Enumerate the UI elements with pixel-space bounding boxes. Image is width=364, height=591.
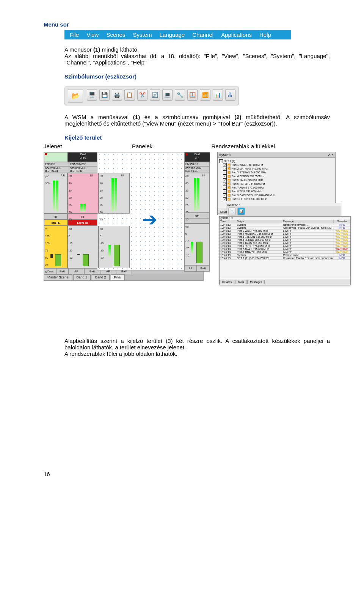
label-panelek: Panelek <box>102 143 182 149</box>
menubar: File View Scenes System Language Channel… <box>64 30 291 39</box>
menu-file[interactable]: File <box>70 31 79 38</box>
symbol-toolbar: 📂 🖥️ 💾 🖨️ 📋 ✂️ 🔄 💻 🔧 🪟 📶 📊 🖧 <box>64 86 239 105</box>
rf-icon[interactable]: 📶 <box>200 89 210 101</box>
folder-open-icon[interactable]: 📂 <box>68 89 83 103</box>
system2-toolbar: 📉 📊 <box>227 206 341 217</box>
tree-item[interactable]: ✓📶 Port 10 FRONT 638.800 MHz <box>219 197 334 201</box>
save-icon[interactable]: 💾 <box>99 89 110 101</box>
message-row: 10:45:19SystemRefresh doneINFO <box>220 254 350 257</box>
port34-freq: 807.900 MHzB.CH 3.01 <box>184 166 209 173</box>
batt-label: Batt <box>56 268 68 274</box>
screenshot-composite: Port 2-10 Port 3-4 EM3732 EM550 N202 EM5… <box>44 152 336 322</box>
tree-item[interactable]: ✓📶 Port 3 STEFAN 745.000 MHz <box>219 171 334 174</box>
message-row: 10:45:13Port 4 BERND 785.050 MHzLow RFWA… <box>220 239 350 242</box>
text: mindig látható. <box>100 46 139 53</box>
tree-item[interactable]: ✓📶 Port 2 MATHIAS 745.650 MHz <box>219 167 334 171</box>
paragraph-1: A menüsor (1) mindig látható. <box>64 46 330 53</box>
port34-model: EM550 G2 <box>184 162 209 166</box>
tab-final[interactable]: Final <box>111 274 125 280</box>
message-row: 10:45:13SystemAdd device (IP:169.254.208… <box>220 226 350 229</box>
tree-item[interactable]: ✓📶 Port 8 TINA 741.600 MHz <box>219 190 334 193</box>
menu-view[interactable]: View <box>86 31 99 38</box>
tree-item[interactable]: ✓📶 Port 6 PETER 744.550 MHz <box>219 182 334 186</box>
menu-system[interactable]: System <box>133 31 152 38</box>
message-row: 10:45:13Port 3 STEFAN 745.000 MHzLow RFW… <box>220 236 350 239</box>
system2-titlebar: System⤢ × <box>227 203 341 206</box>
computer-icon[interactable]: 💻 <box>162 89 173 101</box>
port-hdr-1: Port 2-10 <box>67 152 99 162</box>
bold-ref: (1) <box>133 114 140 120</box>
rf-hdr: I II <box>90 174 93 177</box>
menu-scenes[interactable]: Scenes <box>106 31 125 38</box>
tab-tools-3[interactable]: Tools <box>235 280 246 284</box>
rf-hdr: I II <box>121 174 124 177</box>
heading-menu-sor: Menü sor <box>44 21 330 28</box>
floating-panel-port34: Port 3-4 EM550 G2 807.900 MHzB.CH 3.01 d… <box>184 152 210 272</box>
message-row: 10:45:29NET 1 (1) (169.254.208.55)Comman… <box>220 257 350 260</box>
lowrf-badge: LOW RF <box>67 220 99 226</box>
arrow-icon: ➔ <box>142 209 157 230</box>
rf-foot-0: RF <box>44 214 67 220</box>
tree-item[interactable]: ✓📶 Port 5 TALIS 745.850 MHz <box>219 178 334 182</box>
paragraph-4: Alapbeállítás szerint a kijelző terület … <box>64 338 330 351</box>
rflevel-icon[interactable]: 📉 <box>228 207 236 215</box>
menu-help[interactable]: Help <box>259 31 271 38</box>
menu-applications[interactable]: Applications <box>221 31 252 38</box>
message-row: 10:45:13Port 7 ANA E 775.600 MHzLow RFWA… <box>220 248 350 251</box>
port34-rf: dB40353025201510 I II <box>184 173 209 213</box>
system-messages-panel: System⤢ × Time Origin Message Severity 1… <box>219 216 351 285</box>
tree-net[interactable]: -NET 1 (1) <box>219 159 334 163</box>
port34-foot: AF Batt <box>184 265 209 271</box>
rf-hdr: I II <box>202 174 205 177</box>
tab-messages-3[interactable]: Messages <box>247 280 265 284</box>
tree-item[interactable]: ✓📶 Port 9 BACKGROUND 846.400 MHz <box>219 193 334 197</box>
rf-foot-1: RF <box>67 214 99 220</box>
port34-hdr: Port 3-4 <box>184 152 210 162</box>
messages-header: Time Origin Message Severity <box>220 220 350 223</box>
system3-titlebar: System⤢ × <box>220 217 350 220</box>
monitor-icon[interactable]: 🖥️ <box>87 89 97 101</box>
tree-item[interactable]: ✓📶 Port 7 ANA E 775.600 MHz <box>219 186 334 190</box>
text: és a szimbólumsáv gombjaival <box>140 114 234 120</box>
scene-panels: Port 2-10 Port 3-4 EM3732 EM550 N202 EM5… <box>44 152 204 281</box>
message-row: 10:45:13Port 6 PETER 744.550 MHzLow RFWA… <box>220 245 350 248</box>
port-hdr-0 <box>44 152 67 162</box>
af-meter-2: dB0-10-20-30 <box>99 226 130 268</box>
tab-devices-3[interactable]: Devices <box>220 280 234 284</box>
window-icon[interactable]: 🪟 <box>187 89 198 101</box>
batt-label-f: Batt <box>197 265 209 271</box>
col-severity: Severity <box>334 220 350 223</box>
copy-icon[interactable]: 📋 <box>124 89 135 101</box>
tree: -NET 1 (1) ✓📶 Port 1 WILLI 749.460 MHz✓📶… <box>218 158 335 209</box>
cut-icon[interactable]: ✂️ <box>137 89 147 101</box>
bold-ref: (1) <box>93 46 100 53</box>
menu-language[interactable]: Language <box>159 31 185 38</box>
model-0: EM3732 <box>44 162 69 166</box>
col-time: Time <box>220 220 236 223</box>
rf-meter-2: dB40353025201510 I II <box>99 173 130 214</box>
rf-meter-1: dB40353025201510 I II <box>67 173 99 214</box>
tab-band2[interactable]: Band 2 <box>92 274 110 280</box>
rf-hdr: A B <box>61 174 65 177</box>
page-number: 16 <box>44 471 330 477</box>
print-icon[interactable]: 🖨️ <box>112 89 122 101</box>
tab-band1[interactable]: Band 1 <box>73 274 91 280</box>
system3-tabs: Devices Tools Messages <box>220 279 350 285</box>
menu-channel[interactable]: Channel <box>192 31 213 38</box>
refresh-icon[interactable]: 🔄 <box>150 89 160 101</box>
tree-item[interactable]: ✓📶 Port 4 BERND 785.050MHz <box>219 174 334 178</box>
message-row: 10:45:13Port 1 WILLI 749.460 MHzLow RFWA… <box>220 229 350 233</box>
tree-item[interactable]: ✓📶 Port 1 WILLI 749.460 MHz <box>219 163 334 167</box>
chart-icon[interactable]: 📊 <box>213 89 223 101</box>
port34-af: dB0-10-20-30 <box>184 223 209 265</box>
col-message: Message <box>282 220 334 223</box>
heading-toolbar: Szimbólumsor (eszközsor) <box>64 73 330 80</box>
system-tree-titlebar: System⤢ × <box>218 152 335 158</box>
spectrum-icon[interactable]: 📊 <box>237 207 245 215</box>
network-icon[interactable]: 🖧 <box>225 89 235 101</box>
message-row: 10:45:13SystemRefreshing devices…INFO <box>220 223 350 226</box>
wrench-icon[interactable]: 🔧 <box>175 89 185 101</box>
paragraph-3: A WSM a menüsávval (1) és a szimbólumsáv… <box>64 114 330 127</box>
message-row: 10:45:13Port 2 MATHIAS 745.650 MHzLow RF… <box>220 233 350 236</box>
af-label: AF <box>68 268 84 274</box>
